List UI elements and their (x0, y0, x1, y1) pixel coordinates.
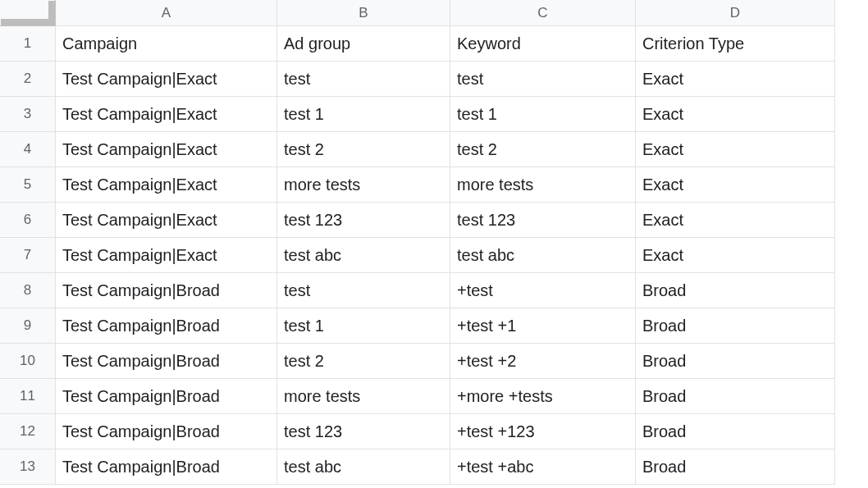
cell-A10[interactable]: Test Campaign|Broad (56, 344, 277, 379)
cell-B6[interactable]: test 123 (277, 203, 450, 238)
row-header[interactable]: 1 (0, 26, 56, 62)
cell-C1[interactable]: Keyword (450, 26, 636, 62)
row-header[interactable]: 7 (0, 238, 56, 273)
cell-D5[interactable]: Exact (636, 167, 835, 203)
row-header[interactable]: 6 (0, 203, 56, 238)
cell-D11[interactable]: Broad (636, 379, 835, 414)
cell-A9[interactable]: Test Campaign|Broad (56, 308, 277, 344)
cell-C9[interactable]: +test +1 (450, 308, 636, 344)
cell-B11[interactable]: more tests (277, 379, 450, 414)
cell-A4[interactable]: Test Campaign|Exact (56, 132, 277, 167)
cell-D1[interactable]: Criterion Type (636, 26, 835, 62)
cell-D7[interactable]: Exact (636, 238, 835, 273)
row-header[interactable]: 8 (0, 273, 56, 308)
select-all-corner[interactable] (0, 0, 56, 26)
row-header[interactable]: 4 (0, 132, 56, 167)
cell-C5[interactable]: more tests (450, 167, 636, 203)
spreadsheet-grid[interactable]: A B C D 1 Campaign Ad group Keyword Crit… (0, 0, 868, 485)
cell-B8[interactable]: test (277, 273, 450, 308)
cell-A5[interactable]: Test Campaign|Exact (56, 167, 277, 203)
cell-B7[interactable]: test abc (277, 238, 450, 273)
cell-A8[interactable]: Test Campaign|Broad (56, 273, 277, 308)
row-header[interactable]: 12 (0, 414, 56, 449)
cell-C6[interactable]: test 123 (450, 203, 636, 238)
cell-C3[interactable]: test 1 (450, 97, 636, 132)
cell-A7[interactable]: Test Campaign|Exact (56, 238, 277, 273)
cell-B4[interactable]: test 2 (277, 132, 450, 167)
cell-C8[interactable]: +test (450, 273, 636, 308)
cell-D9[interactable]: Broad (636, 308, 835, 344)
column-header-A[interactable]: A (56, 0, 277, 26)
cell-C4[interactable]: test 2 (450, 132, 636, 167)
cell-B1[interactable]: Ad group (277, 26, 450, 62)
cell-A13[interactable]: Test Campaign|Broad (56, 449, 277, 485)
row-header[interactable]: 2 (0, 62, 56, 97)
column-header-B[interactable]: B (277, 0, 450, 26)
cell-A3[interactable]: Test Campaign|Exact (56, 97, 277, 132)
row-header[interactable]: 11 (0, 379, 56, 414)
cell-C11[interactable]: +more +tests (450, 379, 636, 414)
cell-C7[interactable]: test abc (450, 238, 636, 273)
cell-A6[interactable]: Test Campaign|Exact (56, 203, 277, 238)
cell-C13[interactable]: +test +abc (450, 449, 636, 485)
cell-C10[interactable]: +test +2 (450, 344, 636, 379)
cell-D4[interactable]: Exact (636, 132, 835, 167)
cell-D13[interactable]: Broad (636, 449, 835, 485)
column-header-D[interactable]: D (636, 0, 835, 26)
cell-C2[interactable]: test (450, 62, 636, 97)
row-header[interactable]: 13 (0, 449, 56, 485)
row-header[interactable]: 10 (0, 344, 56, 379)
cell-B12[interactable]: test 123 (277, 414, 450, 449)
cell-D3[interactable]: Exact (636, 97, 835, 132)
cell-B10[interactable]: test 2 (277, 344, 450, 379)
cell-D8[interactable]: Broad (636, 273, 835, 308)
cell-A12[interactable]: Test Campaign|Broad (56, 414, 277, 449)
cell-A1[interactable]: Campaign (56, 26, 277, 62)
row-header[interactable]: 5 (0, 167, 56, 203)
cell-B13[interactable]: test abc (277, 449, 450, 485)
cell-B5[interactable]: more tests (277, 167, 450, 203)
column-header-C[interactable]: C (450, 0, 636, 26)
cell-B9[interactable]: test 1 (277, 308, 450, 344)
cell-B3[interactable]: test 1 (277, 97, 450, 132)
cell-D10[interactable]: Broad (636, 344, 835, 379)
cell-D2[interactable]: Exact (636, 62, 835, 97)
cell-D12[interactable]: Broad (636, 414, 835, 449)
row-header[interactable]: 3 (0, 97, 56, 132)
cell-A2[interactable]: Test Campaign|Exact (56, 62, 277, 97)
cell-D6[interactable]: Exact (636, 203, 835, 238)
cell-A11[interactable]: Test Campaign|Broad (56, 379, 277, 414)
cell-B2[interactable]: test (277, 62, 450, 97)
row-header[interactable]: 9 (0, 308, 56, 344)
cell-C12[interactable]: +test +123 (450, 414, 636, 449)
